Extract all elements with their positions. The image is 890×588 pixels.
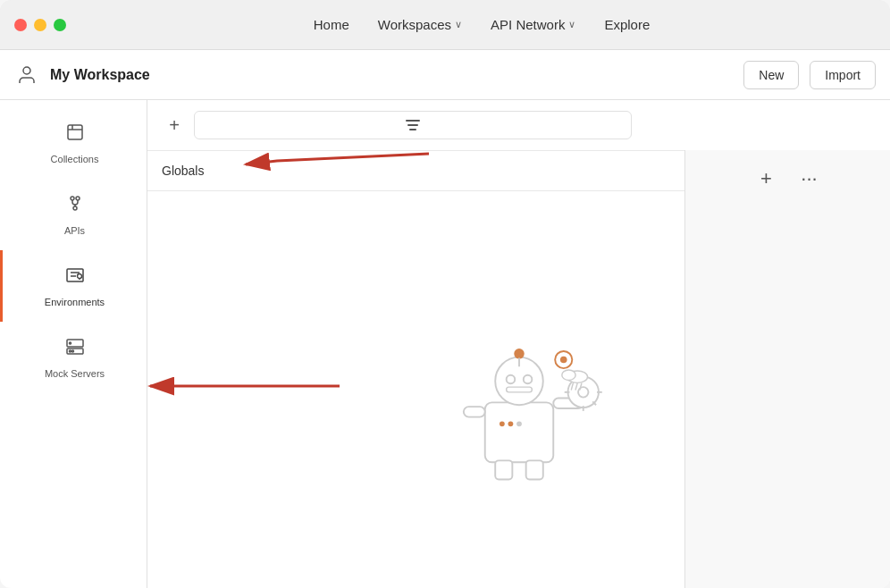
- main-layout: Collections APIs: [0, 100, 890, 588]
- apis-icon: [64, 193, 86, 220]
- mock-servers-icon: [64, 336, 86, 363]
- svg-point-4: [73, 206, 77, 210]
- mock-servers-label: Mock Servers: [45, 368, 105, 379]
- sidebar-item-apis[interactable]: APIs: [0, 179, 147, 250]
- workspace-name: My Workspace: [50, 67, 733, 83]
- svg-point-37: [561, 370, 575, 380]
- collections-label: Collections: [51, 154, 99, 164]
- import-button[interactable]: Import: [810, 61, 876, 89]
- svg-rect-12: [484, 402, 553, 462]
- svg-rect-30: [525, 460, 542, 479]
- svg-rect-1: [68, 125, 82, 139]
- workspace-bar: My Workspace New Import: [0, 50, 890, 100]
- environments-label: Environments: [45, 297, 105, 307]
- svg-point-10: [69, 350, 71, 352]
- api-network-chevron-icon: ∨: [568, 19, 575, 30]
- svg-point-35: [559, 357, 567, 364]
- filter-icon: [406, 120, 420, 130]
- svg-point-6: [77, 274, 81, 279]
- right-panel: + ···: [684, 150, 890, 588]
- svg-point-2: [71, 197, 74, 200]
- main-nav: Home Workspaces ∨ API Network ∨ Explore: [88, 12, 876, 38]
- svg-point-11: [71, 350, 73, 352]
- svg-rect-29: [495, 460, 512, 479]
- apis-label: APIs: [64, 225, 85, 236]
- svg-point-9: [69, 342, 71, 344]
- svg-rect-18: [506, 387, 532, 392]
- svg-point-33: [516, 421, 522, 426]
- new-button[interactable]: New: [743, 61, 799, 89]
- workspace-user-icon: [14, 63, 39, 88]
- workspaces-chevron-icon: ∨: [455, 19, 462, 30]
- collections-icon: [64, 122, 86, 148]
- window-controls: [14, 19, 66, 31]
- nav-explore[interactable]: Explore: [593, 12, 660, 38]
- right-add-button[interactable]: +: [752, 164, 781, 193]
- nav-api-network[interactable]: API Network ∨: [480, 12, 586, 38]
- svg-point-14: [515, 349, 524, 358]
- svg-point-3: [76, 197, 80, 200]
- env-toolbar: +: [147, 100, 890, 151]
- svg-rect-19: [463, 407, 484, 416]
- minimize-button[interactable]: [34, 19, 46, 31]
- svg-point-0: [23, 67, 30, 74]
- svg-point-31: [500, 421, 505, 426]
- add-environment-button[interactable]: +: [162, 113, 187, 138]
- close-button[interactable]: [14, 19, 27, 31]
- globals-label: Globals: [162, 164, 204, 178]
- svg-point-32: [508, 421, 513, 426]
- sidebar-item-collections[interactable]: Collections: [0, 107, 147, 179]
- sidebar-item-mock-servers[interactable]: Mock Servers: [0, 322, 147, 393]
- svg-point-16: [506, 375, 515, 384]
- robot-illustration: [430, 291, 609, 488]
- sidebar-item-environments[interactable]: Environments: [0, 250, 147, 322]
- nav-workspaces[interactable]: Workspaces ∨: [367, 12, 473, 38]
- right-more-button[interactable]: ···: [795, 164, 824, 193]
- svg-point-17: [523, 375, 532, 384]
- maximize-button[interactable]: [54, 19, 66, 31]
- svg-rect-5: [67, 269, 83, 281]
- sidebar: Collections APIs: [0, 100, 147, 588]
- environments-icon: [64, 265, 86, 291]
- title-bar: Home Workspaces ∨ API Network ∨ Explore: [0, 0, 890, 50]
- filter-button[interactable]: [194, 111, 632, 139]
- nav-home[interactable]: Home: [303, 12, 360, 38]
